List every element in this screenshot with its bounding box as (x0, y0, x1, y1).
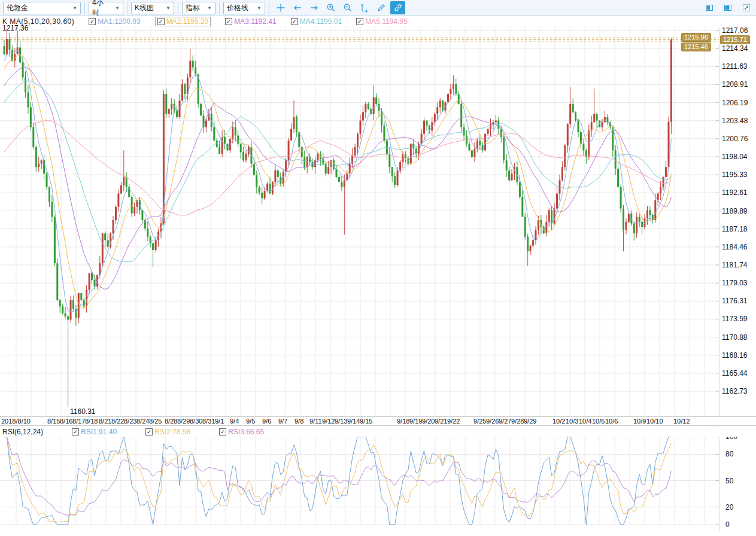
price-line-select[interactable]: 价格线 ▼ (223, 2, 265, 14)
price-axis-label: 1214.34 (722, 44, 748, 53)
rsi1-value: RSI1:91.40 (81, 428, 117, 436)
date-tick-label: 9/18 (397, 418, 409, 425)
date-tick-label: 8/31 (202, 418, 215, 425)
chart-low-label: 1160.31 (70, 407, 96, 416)
price-axis-label: 1200.76 (722, 135, 748, 143)
chart-high-label: 1217.36 (2, 24, 28, 32)
symbol-select[interactable]: 伦敦金 ▼ (3, 2, 81, 14)
ma4-checkbox[interactable]: ✓ (291, 18, 298, 25)
ma4-legend-item: ✓ MA4:1195.01 (291, 17, 342, 26)
date-tick-label: 8/18 (85, 418, 98, 425)
price-axis-label: 1189.89 (722, 207, 748, 215)
axis-scale-button[interactable] (357, 1, 372, 14)
date-tick-label: 8/23 (124, 418, 136, 425)
date-tick-label: 10/10 (646, 418, 663, 425)
ma5-value: MA5:1194.95 (365, 17, 408, 26)
panel-layout-button-2[interactable] (720, 1, 735, 14)
pan-left-button[interactable] (290, 1, 305, 14)
price-axis-label: 1179.03 (722, 279, 748, 287)
chart-type-select-value: K线图 (135, 3, 154, 13)
date-tick-label: 8/29 (177, 418, 190, 425)
zoom-out-icon (343, 3, 353, 13)
price-axis-label: 1165.44 (722, 369, 748, 377)
ma3-legend-item: ✓ MA3:1192.41 (225, 17, 277, 26)
ma5-legend-item: ✓ MA5:1194.95 (356, 17, 408, 26)
date-tick-label: 9/1 (215, 418, 224, 425)
chevron-down-icon: ▼ (115, 5, 120, 11)
date-tick-label: 10/6 (605, 418, 618, 425)
date-tick-label: 8/28 (165, 418, 177, 425)
date-tick-label: 8/22 (111, 418, 124, 425)
arrow-right-icon (309, 3, 319, 13)
toolbar: 伦敦金 ▼ 4小时 ▼ K线图 ▼ 指标 ▼ 价格线 ▼ (0, 0, 756, 16)
rsi-axis-label: 20 (725, 503, 733, 511)
date-axis: 2018/8/108/158/168/178/188/218/228/238/2… (0, 416, 756, 426)
date-tick-label: 10/9 (633, 418, 646, 425)
date-tick-label: 9/12 (322, 418, 335, 425)
draw-button[interactable] (374, 1, 388, 14)
ma-legend-row: K MA(5,10,20,30,60) ✓ MA1:1200.93 ✓ MA2:… (0, 16, 756, 26)
ma2-checkbox[interactable]: ✓ (157, 18, 165, 25)
panel-layout-button-1[interactable] (702, 1, 716, 14)
date-tick-label: 8/15 (47, 418, 60, 425)
rsi3-checkbox[interactable]: ✓ (219, 428, 226, 436)
date-tick-label: 9/7 (278, 418, 287, 425)
date-tick-label: 10/3 (566, 418, 578, 425)
pan-right-button[interactable] (306, 1, 321, 14)
ma2-value: MA2:1195.20 (166, 17, 209, 26)
chart-application-window: 伦敦金 ▼ 4小时 ▼ K线图 ▼ 指标 ▼ 价格线 ▼ (0, 0, 756, 536)
date-tick-label: 9/26 (486, 418, 499, 425)
date-tick-label: 9/29 (524, 418, 536, 425)
chart-type-select[interactable]: K线图 ▼ (131, 2, 174, 14)
indicator-select[interactable]: 指标 ▼ (182, 2, 215, 14)
link-icon (393, 3, 403, 13)
crosshair-icon (276, 3, 286, 13)
zoom-out-button[interactable] (340, 1, 355, 14)
ma3-checkbox[interactable]: ✓ (225, 18, 232, 25)
toolbar-divider (127, 2, 127, 14)
date-tick-label: 9/15 (360, 418, 372, 425)
date-tick-label: 8/17 (72, 418, 85, 425)
rsi2-value: RSI2:78.58 (154, 428, 190, 436)
price-line-select-value: 价格线 (227, 3, 248, 13)
price-axis-label: 1173.59 (722, 315, 748, 323)
interval-select[interactable]: 4小时 ▼ (89, 2, 123, 14)
ma1-legend-item: ✓ MA1:1200.93 (89, 17, 140, 26)
panel-split-icon (723, 3, 733, 13)
rsi-legend-row: RSI(6,12,24) ✓ RSI1:91.40 ✓ RSI2:78.58 ✓… (0, 427, 756, 437)
fullscreen-button[interactable] (739, 1, 754, 14)
date-tick-label: 8/21 (99, 418, 111, 425)
crosshair-button[interactable] (273, 1, 288, 14)
rsi3-legend-item: ✓ RSI3:66.65 (219, 428, 264, 436)
price-axis-label: 1181.74 (722, 261, 748, 269)
ma5-checkbox[interactable]: ✓ (356, 18, 363, 25)
date-tick-label: 9/13 (335, 418, 347, 425)
date-tick-label: 9/6 (262, 418, 271, 425)
date-tick-label: 9/22 (447, 418, 460, 425)
date-tick-label: 8/25 (149, 418, 162, 425)
indicator-select-value: 指标 (186, 3, 200, 13)
rsi-axis-label: 80 (725, 450, 733, 458)
price-axis-label: 1217.06 (722, 26, 748, 35)
zoom-in-button[interactable] (323, 1, 338, 14)
rsi-legend-title: RSI(6,12,24) (2, 428, 43, 436)
zoom-in-icon (326, 3, 336, 13)
rsi1-checkbox[interactable]: ✓ (72, 428, 79, 436)
ma1-value: MA1:1200.93 (98, 17, 140, 26)
date-tick-label: 9/11 (309, 418, 322, 425)
axis-scale-icon (360, 3, 369, 13)
price-axis-label: 1211.63 (722, 62, 748, 71)
date-tick-label: 9/19 (409, 418, 422, 425)
chevron-down-icon: ▼ (72, 5, 77, 11)
date-tick-label: 8/16 (60, 418, 72, 425)
price-axis-label: 1203.48 (722, 117, 748, 125)
date-tick-label: 9/4 (230, 418, 239, 425)
link-button[interactable] (390, 1, 405, 14)
price-axis-label: 1184.46 (722, 243, 748, 251)
rsi2-checkbox[interactable]: ✓ (145, 428, 153, 436)
toolbar-divider (84, 2, 85, 14)
ma1-checkbox[interactable]: ✓ (89, 18, 96, 25)
ma3-value: MA3:1192.41 (234, 17, 277, 26)
candlestick-chart-canvas[interactable] (0, 0, 756, 536)
date-tick-label: 10/4 (579, 418, 591, 425)
